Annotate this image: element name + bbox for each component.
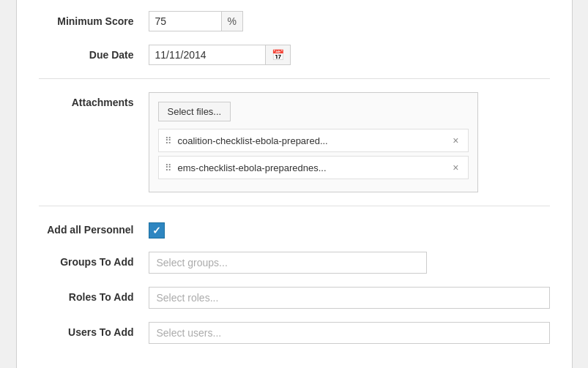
add-all-personnel-checkbox[interactable]: ✓ (149, 222, 165, 239)
file-name-2: ems-checklist-ebola-preparednes... (178, 162, 450, 173)
attachments-label: Attachments (39, 92, 149, 108)
file-item-1: ⠿ coalition-checklist-ebola-prepared... … (158, 129, 469, 152)
attachments-box: Select files... ⠿ coalition-checklist-eb… (149, 92, 478, 192)
add-all-personnel-control: ✓ (149, 219, 550, 239)
file-remove-2[interactable]: × (450, 162, 461, 173)
percent-addon: % (222, 11, 243, 31)
users-to-add-select[interactable]: Select users... (149, 322, 550, 344)
minimum-score-label: Minimum Score (39, 11, 149, 27)
select-files-button[interactable]: Select files... (158, 102, 231, 121)
roles-to-add-row: Roles To Add Select roles... (39, 287, 550, 309)
attachments-control: Select files... ⠿ coalition-checklist-eb… (149, 92, 550, 192)
minimum-score-control: % (149, 11, 550, 31)
groups-to-add-select[interactable]: Select groups... (149, 252, 427, 274)
file-drag-icon-1: ⠿ (165, 135, 172, 146)
due-date-label: Due Date (39, 45, 149, 61)
due-date-row: Due Date 📅 (39, 45, 550, 65)
file-remove-1[interactable]: × (450, 135, 461, 146)
roles-to-add-control: Select roles... (149, 287, 550, 309)
due-date-input-group: 📅 (149, 45, 550, 65)
groups-to-add-control: Select groups... (149, 252, 550, 274)
due-date-input[interactable] (149, 45, 266, 65)
form-container: Minimum Score % Due Date 📅 Attachments S… (16, 0, 573, 368)
checkmark-icon: ✓ (152, 225, 161, 236)
groups-to-add-row: Groups To Add Select groups... (39, 252, 550, 274)
users-to-add-control: Select users... (149, 322, 550, 344)
minimum-score-input-group: % (149, 11, 550, 31)
due-date-control: 📅 (149, 45, 550, 65)
minimum-score-row: Minimum Score % (39, 11, 550, 31)
roles-to-add-select[interactable]: Select roles... (149, 287, 550, 309)
attachments-row: Attachments Select files... ⠿ coalition-… (39, 78, 550, 192)
roles-to-add-label: Roles To Add (39, 287, 149, 303)
users-to-add-row: Users To Add Select users... (39, 322, 550, 344)
add-all-personnel-row: Add all Personnel ✓ (39, 206, 550, 239)
file-name-1: coalition-checklist-ebola-prepared... (178, 135, 450, 146)
file-drag-icon-2: ⠿ (165, 162, 172, 173)
file-item-2: ⠿ ems-checklist-ebola-preparednes... × (158, 156, 469, 179)
groups-to-add-label: Groups To Add (39, 252, 149, 268)
add-all-personnel-label: Add all Personnel (39, 219, 149, 236)
calendar-icon[interactable]: 📅 (266, 45, 291, 65)
minimum-score-input[interactable] (149, 11, 222, 31)
users-to-add-label: Users To Add (39, 322, 149, 338)
